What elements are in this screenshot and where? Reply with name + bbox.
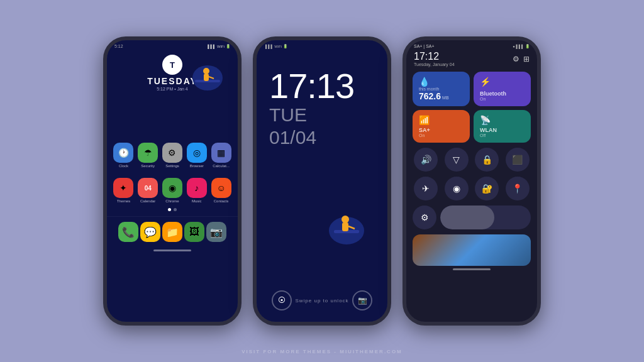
data-icon: 💧 xyxy=(419,77,430,87)
app-calendar[interactable]: 04 Calendar xyxy=(138,178,158,203)
app-calculator-label: Calculat... xyxy=(213,164,230,168)
lock-bottom: ⦿ Swipe up to unlock 📷 xyxy=(257,290,387,322)
home-date: 5:12 PM • Jan 4 xyxy=(157,87,188,91)
sa-sub: On xyxy=(419,133,464,138)
cc-btn-screenlock[interactable]: 🔐 xyxy=(475,177,499,200)
app-contacts[interactable]: ☺ Contacts xyxy=(211,178,231,203)
dock-files[interactable]: 📁 xyxy=(162,222,182,242)
app-settings[interactable]: ⚙ Settings xyxy=(162,143,183,168)
svg-point-8 xyxy=(341,216,349,223)
dock-phone[interactable]: 📞 xyxy=(118,222,138,242)
bluetooth-sub: On xyxy=(480,97,525,101)
phone-3-controlcenter: SA+ | SA+ ● ▌▌▌ 🔋 17:12 Tuesday, January… xyxy=(402,36,541,326)
settings-icon[interactable]: ⚙ xyxy=(513,55,519,63)
dock-gallery[interactable]: 🖼 xyxy=(184,222,204,242)
cc-btn-screen[interactable]: ⬛ xyxy=(506,148,530,172)
cc-bottom-controls: ⚙ xyxy=(406,203,537,232)
app-calculator[interactable]: ▦ Calculat... xyxy=(211,143,231,168)
watermark: VISIT FOR MORE THEMES - MIUITHEMER.COM xyxy=(242,349,402,354)
cc-btn-focus[interactable]: ◉ xyxy=(445,177,469,200)
home-top: T TUESDAY 5:12 PM • Jan 4 xyxy=(107,50,238,94)
cc-tile-wlan[interactable]: 📡 WLAN Off xyxy=(474,110,531,143)
app-grid-row1: 🕐 Clock ☂ Security ⚙ Settings ◎ Browser … xyxy=(107,138,238,170)
swipe-text: Swipe up to unlock xyxy=(295,298,348,304)
svg-rect-2 xyxy=(204,74,209,81)
cc-tile-bluetooth[interactable]: ⚡ Bluetooth On xyxy=(474,72,531,106)
cc-brightness-fill xyxy=(440,206,494,229)
cc-time-group: 17:12 Tuesday, January 04 xyxy=(414,51,455,67)
sa-title: SA+ xyxy=(419,127,464,133)
cc-btn-location[interactable]: 📍 xyxy=(506,177,530,200)
cc-brightness-slider[interactable] xyxy=(440,206,531,229)
lock-illustration xyxy=(325,202,369,246)
cc-btn-down[interactable]: ▽ xyxy=(445,148,469,172)
cc-status-icons: ● ▌▌▌ 🔋 xyxy=(513,44,530,48)
cc-media-player[interactable] xyxy=(413,234,531,266)
app-themes[interactable]: ✦ Themes xyxy=(113,178,134,203)
svg-point-3 xyxy=(203,68,209,74)
app-browser-label: Browser xyxy=(190,164,204,168)
home-indicator-3 xyxy=(453,268,491,270)
app-music-label: Music xyxy=(192,199,202,203)
cc-btn-sound[interactable]: 🔊 xyxy=(414,148,438,172)
wlan-title: WLAN xyxy=(480,127,525,133)
bluetooth-title: Bluetooth xyxy=(480,90,525,97)
app-chrome-label: Chrome xyxy=(165,199,179,203)
cc-small-buttons-row1: 🔊 ▽ 🔒 ⬛ xyxy=(406,145,537,174)
cc-tiles: 💧 this month 762.6 MB ⚡ xyxy=(406,69,537,145)
day-circle: T xyxy=(162,55,182,75)
bluetooth-icon: ⚡ xyxy=(480,77,491,87)
app-calendar-label: Calendar xyxy=(140,199,155,203)
phone-2-lockscreen: . ▌▌▌ WiFi 🔋 17:13 TUE 01/04 xyxy=(253,36,391,326)
bottom-dock: 📞 💬 📁 🖼 📷 xyxy=(107,216,238,247)
cc-btn-lock[interactable]: 🔒 xyxy=(475,148,499,172)
cc-settings-btn[interactable]: ⚙ xyxy=(413,206,436,229)
cc-small-buttons-row2: ✈ ◉ 🔐 📍 xyxy=(406,174,537,203)
dot-2 xyxy=(174,208,177,211)
status-icons-2: ▌▌▌ WiFi 🔋 xyxy=(265,44,287,48)
lock-day: TUE xyxy=(269,104,316,126)
data-unit: MB xyxy=(442,96,449,100)
cc-header-icons: ⚙ ⊞ xyxy=(513,55,530,63)
page-dots xyxy=(107,208,238,211)
app-settings-label: Settings xyxy=(165,164,179,168)
home-indicator-1 xyxy=(153,250,191,251)
lock-datenum: 01/04 xyxy=(269,126,316,149)
cc-tile-sa[interactable]: 📶 SA+ On xyxy=(413,110,470,143)
cc-tile-data[interactable]: 💧 this month 762.6 MB xyxy=(413,72,470,106)
status-icons-1: ▌▌▌ WiFi 🔋 xyxy=(208,44,230,48)
dot-1 xyxy=(168,208,171,211)
app-contacts-label: Contacts xyxy=(214,199,229,203)
cc-signal-status: SA+ | SA+ xyxy=(414,44,435,48)
expand-icon[interactable]: ⊞ xyxy=(523,55,530,63)
app-security[interactable]: ☂ Security xyxy=(138,143,158,168)
home-illustration xyxy=(189,56,226,94)
app-clock-label: Clock xyxy=(119,164,128,168)
dock-messages[interactable]: 💬 xyxy=(140,222,160,242)
status-time-1: 5:12 xyxy=(114,44,123,48)
cc-date: Tuesday, January 04 xyxy=(414,62,455,67)
lock-time: 17:13 xyxy=(257,50,354,104)
lock-date-text: TUE 01/04 xyxy=(257,104,316,149)
app-chrome[interactable]: ◉ Chrome xyxy=(162,178,183,203)
app-music[interactable]: ♪ Music xyxy=(186,178,207,203)
app-browser[interactable]: ◎ Browser xyxy=(186,143,207,168)
phone-1-homescreen: 5:12 ▌▌▌ WiFi 🔋 T TUESDAY 5:12 PM • Jan … xyxy=(103,36,242,326)
lock-flashlight-btn[interactable]: ⦿ xyxy=(272,290,292,310)
status-bar-2: . ▌▌▌ WiFi 🔋 xyxy=(257,40,295,50)
svg-rect-7 xyxy=(342,222,348,231)
lock-camera-btn[interactable]: 📷 xyxy=(352,290,372,310)
app-security-label: Security xyxy=(141,164,155,168)
wlan-sub: Off xyxy=(480,133,525,138)
cc-header: 17:12 Tuesday, January 04 ⚙ ⊞ xyxy=(406,50,537,69)
cc-status-bar: SA+ | SA+ ● ▌▌▌ 🔋 xyxy=(406,40,537,50)
dock-camera[interactable]: 📷 xyxy=(206,222,226,242)
lock-bottom-row: ⦿ Swipe up to unlock 📷 xyxy=(257,290,387,310)
cc-btn-airplane[interactable]: ✈ xyxy=(414,177,438,200)
status-bar-1: 5:12 ▌▌▌ WiFi 🔋 xyxy=(107,40,238,50)
data-value: 762.6 xyxy=(419,91,441,101)
app-grid-row2: ✦ Themes 04 Calendar ◉ Chrome ♪ Music ☺ xyxy=(107,173,238,206)
app-clock[interactable]: 🕐 Clock xyxy=(113,143,134,168)
app-themes-label: Themes xyxy=(117,199,131,203)
wlan-icon: 📡 xyxy=(480,115,491,125)
